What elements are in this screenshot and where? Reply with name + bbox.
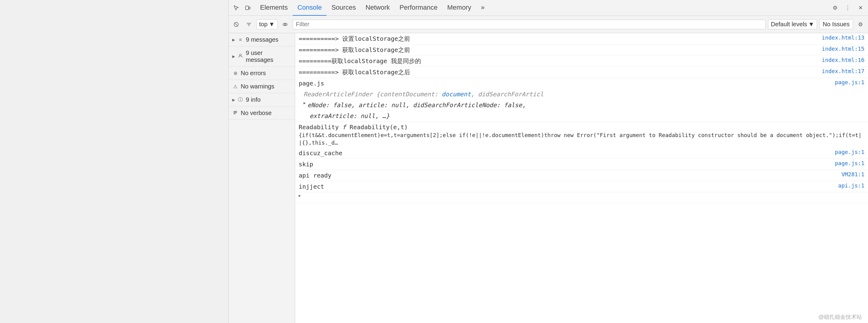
source-link-9[interactable]: VM281:1 <box>841 171 864 177</box>
console-line-4: ==========> 获取localStorage之后 index.html:… <box>295 67 868 78</box>
user-messages-label: 9 user messages <box>246 50 291 63</box>
svg-rect-0 <box>246 6 249 10</box>
no-issues-badge: No Issues <box>819 19 853 29</box>
console-line-5: page.js page.js:1 <box>295 78 868 89</box>
watermark: @稳扎稳金技术站 <box>818 313 862 321</box>
console-line-1: ==========> 设置localStorage之前 index.html:… <box>295 33 868 44</box>
person-icon <box>238 54 243 60</box>
context-selector[interactable]: top ▼ <box>256 19 278 29</box>
devtools-toolbar: Elements Console Sources Network Perform… <box>229 0 868 16</box>
console-content-10: injject <box>299 182 835 191</box>
console-content-9: api ready <box>299 171 838 180</box>
console-content-5: page.js <box>299 79 831 88</box>
console-settings-icon[interactable]: ⚙ <box>855 19 866 30</box>
source-link-7[interactable]: page.js:1 <box>835 149 864 155</box>
no-warnings-label: No warnings <box>241 83 274 90</box>
tab-sources[interactable]: Sources <box>327 0 361 16</box>
context-selector-value: top <box>259 21 268 28</box>
left-area <box>0 0 228 323</box>
source-link-4[interactable]: index.html:17 <box>822 68 864 74</box>
devtools-panel: Elements Console Sources Network Perform… <box>228 0 868 323</box>
tab-memory[interactable]: Memory <box>442 0 476 16</box>
settings-icon[interactable]: ⚙ <box>830 3 840 13</box>
messages-label: 9 messages <box>246 36 278 43</box>
console-content-4: ==========> 获取localStorage之后 <box>299 68 818 76</box>
verbose-icon <box>232 110 238 116</box>
source-link-3[interactable]: index.html:16 <box>822 57 864 63</box>
toolbar-icons <box>231 3 255 13</box>
filter-icon[interactable] <box>244 19 254 30</box>
source-link-8[interactable]: page.js:1 <box>835 160 864 166</box>
console-content-5d: extraArticle: null, …} <box>310 112 864 120</box>
sidebar-item-user-messages[interactable]: ▶ 9 user messages <box>229 46 295 67</box>
svg-point-7 <box>283 23 287 26</box>
console-content-3: =========获取localStorage 我是同步的 <box>299 57 818 65</box>
toolbar-right: ⚙ ⋮ ✕ <box>828 3 866 13</box>
device-toolbar-icon[interactable] <box>243 3 253 13</box>
console-line-8: skip page.js:1 <box>295 159 868 170</box>
source-link-5[interactable]: page.js:1 <box>835 79 864 86</box>
console-content-7: discuz_cache <box>299 149 831 157</box>
console-line-3: =========获取localStorage 我是同步的 index.html… <box>295 56 868 67</box>
sidebar-item-messages[interactable]: ▶ ≡ 9 messages <box>229 33 295 46</box>
nine-info-label: 9 info <box>246 96 261 103</box>
console-toolbar: top ▼ Default levels ▼ No Issues ⚙ <box>229 16 868 33</box>
console-line-5b: ReaderArticleFinder {contentDocument: do… <box>295 89 868 100</box>
console-content-1: ==========> 设置localStorage之前 <box>299 34 818 43</box>
user-messages-arrow: ▶ <box>232 54 235 59</box>
info-icon: ⓘ <box>238 97 243 103</box>
sidebar-item-no-warnings[interactable]: ⚠ No warnings <box>229 80 295 93</box>
no-errors-label: No errors <box>241 70 266 77</box>
console-line-10: injject api.js:1 <box>295 181 868 192</box>
svg-point-8 <box>284 24 286 25</box>
tab-network[interactable]: Network <box>361 0 395 16</box>
tab-console[interactable]: Console <box>293 0 327 16</box>
inspect-element-icon[interactable] <box>231 3 241 13</box>
error-icon: ⊗ <box>232 70 238 76</box>
svg-rect-10 <box>234 111 237 112</box>
console-line-6: Readability f Readability(e,t) {if(t&&t.… <box>295 122 868 148</box>
source-link-10[interactable]: api.js:1 <box>838 182 864 189</box>
expand-reader-icon[interactable]: ▶ <box>304 101 306 105</box>
console-line-11[interactable]: ▶ <box>295 192 868 203</box>
console-content-8: skip <box>299 160 831 168</box>
console-content-2: ==========> 获取localStorage之前 <box>299 45 818 54</box>
svg-point-9 <box>240 54 241 56</box>
console-line-7: discuz_cache page.js:1 <box>295 148 868 159</box>
close-icon[interactable]: ✕ <box>855 3 866 13</box>
console-content-5b: ReaderArticleFinder {contentDocument: do… <box>304 90 864 98</box>
more-options-icon[interactable]: ⋮ <box>843 3 853 13</box>
sidebar-item-no-verbose[interactable]: No verbose <box>229 106 295 120</box>
default-levels-chevron: ▼ <box>808 21 814 28</box>
console-line-9: api ready VM281:1 <box>295 170 868 181</box>
expand-last-icon[interactable]: ▶ <box>299 194 301 198</box>
sidebar-item-no-errors[interactable]: ⊗ No errors <box>229 67 295 80</box>
console-main: ▶ ≡ 9 messages ▶ 9 user messages ⊗ No er… <box>229 33 868 323</box>
svg-rect-11 <box>234 112 237 113</box>
no-verbose-label: No verbose <box>241 109 272 117</box>
svg-line-3 <box>235 23 238 26</box>
console-content-6: Readability f Readability(e,t) <box>299 123 864 131</box>
source-link-1[interactable]: index.html:13 <box>822 34 864 41</box>
messages-arrow: ▶ <box>232 38 235 42</box>
no-issues-label: No Issues <box>823 21 849 28</box>
info-arrow: ▶ <box>232 98 235 102</box>
console-content-5c: eNode: false, article: null, didSearchFo… <box>307 101 864 109</box>
clear-console-icon[interactable] <box>231 19 241 30</box>
console-line-5c[interactable]: ▶ eNode: false, article: null, didSearch… <box>295 100 868 110</box>
warning-icon: ⚠ <box>232 84 238 89</box>
source-link-2[interactable]: index.html:15 <box>822 45 864 52</box>
tab-more[interactable]: » <box>476 0 489 16</box>
eye-icon[interactable] <box>280 19 290 30</box>
console-line-5d: extraArticle: null, …} <box>295 110 868 122</box>
tab-elements[interactable]: Elements <box>255 0 293 16</box>
filter-input[interactable] <box>293 20 766 29</box>
default-levels-selector[interactable]: Default levels ▼ <box>768 19 817 29</box>
console-line-2: ==========> 获取localStorage之前 index.html:… <box>295 44 868 56</box>
console-output[interactable]: ==========> 设置localStorage之前 index.html:… <box>295 33 868 323</box>
readability-body: {if(t&&t.documentElement)e=t,t=arguments… <box>299 131 864 147</box>
tab-performance[interactable]: Performance <box>395 0 442 16</box>
sidebar-item-nine-info[interactable]: ▶ ⓘ 9 info <box>229 93 295 106</box>
tab-list: Elements Console Sources Network Perform… <box>255 0 828 16</box>
console-sidebar: ▶ ≡ 9 messages ▶ 9 user messages ⊗ No er… <box>229 33 295 323</box>
